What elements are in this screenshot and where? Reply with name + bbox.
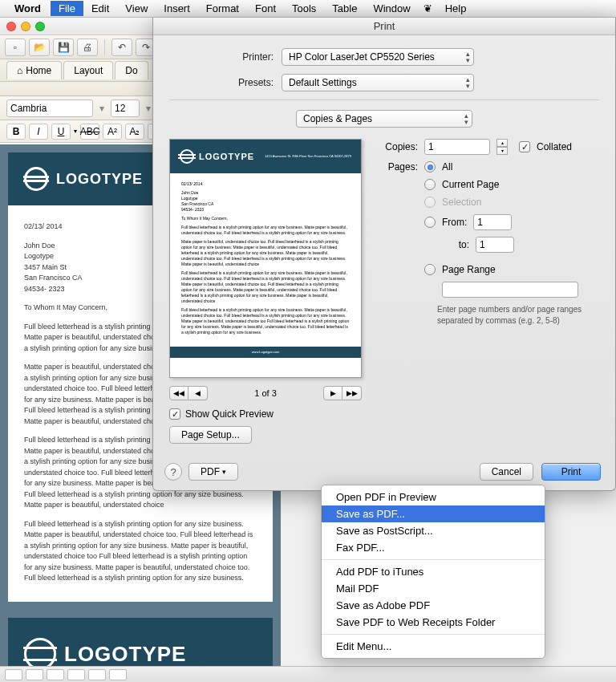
presets-label: Presets:: [169, 77, 282, 88]
copies-stepper[interactable]: ▴▾: [496, 139, 508, 155]
menu-tools[interactable]: Tools: [284, 1, 324, 16]
underline-button[interactable]: U: [51, 124, 71, 140]
to-label: to:: [442, 239, 469, 250]
view-mode-icon[interactable]: [67, 669, 85, 680]
page-range-radio[interactable]: [424, 264, 436, 275]
copies-input[interactable]: [424, 139, 490, 155]
doc-para: Full bleed letterhead is a stylish print…: [24, 519, 257, 584]
tab-home[interactable]: ⌂Home: [6, 61, 62, 79]
print-button[interactable]: Print: [541, 463, 601, 481]
pdf-menu-item[interactable]: Fax PDF...: [322, 539, 545, 556]
italic-button[interactable]: I: [29, 124, 48, 140]
pages-label: Pages:: [378, 161, 418, 173]
logo-icon: [24, 167, 48, 191]
app-name[interactable]: Word: [14, 2, 41, 14]
dialog-title: Print: [153, 18, 615, 35]
section-select[interactable]: Copies & Pages▴▾: [296, 110, 472, 128]
last-page-button[interactable]: ▶▶: [342, 386, 362, 400]
page-range-label: Page Range: [442, 264, 496, 275]
open-icon[interactable]: 📂: [29, 39, 50, 56]
presets-select[interactable]: Default Settings▴▾: [282, 74, 474, 91]
status-bar: [0, 666, 616, 682]
script-menu-icon[interactable]: ❦: [424, 2, 432, 14]
view-mode-icon[interactable]: [5, 669, 22, 680]
pdf-dropdown-button[interactable]: PDF ▾: [188, 463, 238, 481]
menu-file[interactable]: File: [51, 1, 83, 16]
pdf-menu-item-save-as-pdf[interactable]: Save as PDF...: [322, 505, 545, 522]
thumb-address: 1415 Awesome St. Fifth Floor San Francis…: [265, 154, 351, 158]
view-mode-icon[interactable]: [26, 669, 43, 680]
print-dialog: Print Printer: HP Color LaserJet CP5520 …: [152, 18, 616, 491]
print-icon[interactable]: 🖨: [77, 39, 98, 56]
to-input[interactable]: [476, 237, 514, 253]
superscript-button[interactable]: A²: [103, 124, 122, 140]
subscript-button[interactable]: A₂: [125, 124, 144, 140]
menu-view[interactable]: View: [117, 1, 156, 16]
pdf-menu-item[interactable]: Save PDF to Web Receipts Folder: [322, 614, 545, 631]
show-preview-checkbox[interactable]: ✓: [169, 408, 180, 420]
bold-button[interactable]: B: [6, 124, 26, 140]
printer-label: Printer:: [169, 51, 282, 63]
page-indicator: 1 of 3: [254, 388, 277, 398]
menubar: Word File Edit View Insert Format Font T…: [0, 0, 616, 18]
menu-window[interactable]: Window: [365, 1, 418, 16]
from-input[interactable]: [473, 214, 512, 230]
pdf-menu-item[interactable]: Mail PDF: [322, 580, 545, 597]
strikethrough-button[interactable]: ABC: [80, 124, 99, 140]
pdf-menu-item[interactable]: Open PDF in Preview: [322, 489, 545, 505]
page-setup-button[interactable]: Page Setup...: [169, 426, 252, 444]
font-family-select[interactable]: [6, 99, 93, 117]
logo-icon: [24, 638, 56, 666]
font-size-select[interactable]: [111, 99, 140, 117]
pdf-menu-item[interactable]: Save as PostScript...: [322, 522, 545, 539]
view-mode-icon[interactable]: [88, 669, 106, 680]
close-window-icon[interactable]: [6, 22, 16, 31]
minimize-window-icon[interactable]: [21, 22, 30, 31]
menu-font[interactable]: Font: [247, 1, 284, 16]
first-page-button[interactable]: ◀◀: [169, 386, 188, 400]
pages-from-radio[interactable]: [424, 217, 436, 228]
page-range-input[interactable]: [442, 282, 578, 298]
pdf-menu-item[interactable]: Save as Adobe PDF: [322, 597, 545, 614]
pages-current-label: Current Page: [442, 179, 499, 190]
zoom-window-icon[interactable]: [35, 22, 45, 31]
save-icon[interactable]: 💾: [53, 39, 74, 56]
pdf-menu: Open PDF in Preview Save as PDF... Save …: [321, 485, 545, 659]
collated-label: Collated: [537, 141, 572, 152]
logo-text: LOGOTYPE: [56, 171, 143, 188]
view-mode-icon[interactable]: [109, 669, 127, 680]
pages-selection-radio[interactable]: [424, 197, 436, 208]
printer-select[interactable]: HP Color LaserJet CP5520 Series▴▾: [282, 48, 474, 66]
pdf-menu-item[interactable]: Add PDF to iTunes: [322, 563, 545, 580]
menu-edit[interactable]: Edit: [83, 1, 117, 16]
copies-label: Copies:: [378, 141, 418, 152]
logo-icon: [180, 149, 194, 164]
pages-all-label: All: [442, 161, 452, 173]
new-doc-icon[interactable]: ▫: [5, 39, 26, 56]
cancel-button[interactable]: Cancel: [480, 463, 533, 481]
menu-table[interactable]: Table: [324, 1, 365, 16]
next-page-button[interactable]: ▶: [323, 386, 342, 400]
pages-all-radio[interactable]: [424, 161, 436, 173]
menu-format[interactable]: Format: [198, 1, 247, 16]
tab-doc[interactable]: Do: [115, 61, 148, 79]
pages-selection-label: Selection: [442, 197, 481, 208]
page-range-help: Enter page numbers and/or page ranges se…: [437, 304, 599, 327]
view-mode-icon[interactable]: [47, 669, 64, 680]
pdf-menu-item-edit[interactable]: Edit Menu...: [322, 638, 545, 655]
help-button[interactable]: ?: [164, 463, 182, 481]
menu-insert[interactable]: Insert: [156, 1, 198, 16]
print-preview-thumb: LOGOTYPE 1415 Awesome St. Fifth Floor Sa…: [169, 139, 362, 378]
undo-icon[interactable]: ↶: [111, 39, 132, 56]
menu-help[interactable]: Help: [437, 1, 475, 16]
document-page: LOGOTYPE: [8, 618, 273, 666]
prev-page-button[interactable]: ◀: [188, 386, 208, 400]
thumb-footer: www.Logotype.com: [170, 347, 361, 358]
collated-checkbox[interactable]: ✓: [519, 141, 530, 152]
from-label: From:: [442, 217, 467, 228]
tab-layout[interactable]: Layout: [63, 61, 113, 79]
pages-current-radio[interactable]: [424, 179, 436, 190]
show-preview-label: Show Quick Preview: [185, 408, 274, 420]
